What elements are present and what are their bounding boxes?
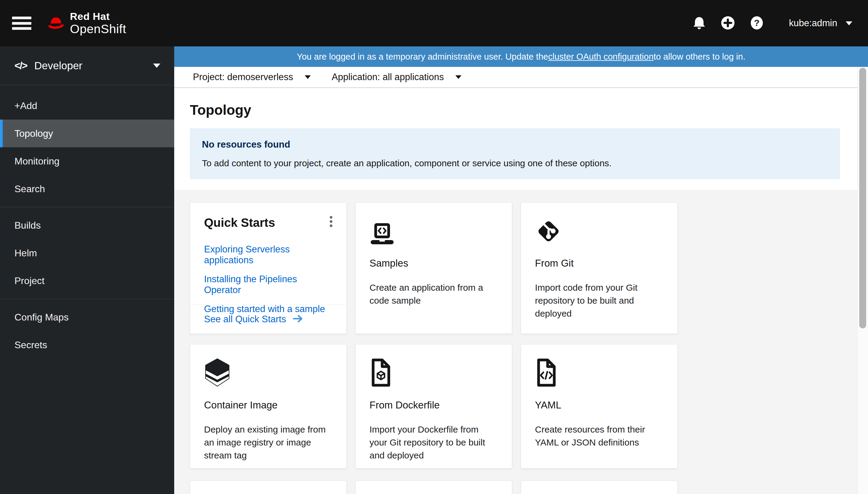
quick-starts-footer: See all Quick Starts <box>190 305 346 334</box>
git-icon <box>535 216 663 245</box>
page-title: Topology <box>190 102 840 118</box>
tile-partial[interactable] <box>355 481 512 494</box>
layers-icon <box>204 358 332 387</box>
tile-from-git[interactable]: From Git Import code from your Git repos… <box>521 203 678 334</box>
tile-description: Create resources from their YAML or JSON… <box>535 423 662 449</box>
username: kube:admin <box>789 18 837 28</box>
user-menu[interactable]: kube:admin <box>789 18 852 28</box>
notifications-button[interactable] <box>692 16 706 31</box>
chevron-down-icon <box>456 75 461 79</box>
add-options-catalog: Quick Starts Exploring Serverless applic… <box>174 190 857 494</box>
tile-title: From Dockerfile <box>370 399 498 411</box>
quick-start-link-pipelines[interactable]: Installing the Pipelines Operator <box>204 274 297 295</box>
sidebar-nav: </> Developer +Add Topology Monitoring S… <box>0 46 174 494</box>
tile-title: Container Image <box>204 399 332 411</box>
sidebar-item-secrets[interactable]: Secrets <box>0 331 174 359</box>
scrollbar-thumb[interactable] <box>859 68 866 328</box>
chevron-down-icon <box>153 63 160 68</box>
masthead: Red Hat OpenShift <box>0 0 868 46</box>
tile-title: Samples <box>370 258 498 269</box>
no-resources-alert: No resources found To add content to you… <box>190 128 840 179</box>
quick-starts-title: Quick Starts <box>204 216 332 230</box>
masthead-toolbar: ? kube:admin <box>678 16 852 31</box>
main-content: You are logged in as a temporary adminis… <box>174 46 868 494</box>
alert-body: To add content to your project, create a… <box>202 158 828 168</box>
login-banner: You are logged in as a temporary adminis… <box>174 46 868 67</box>
brand-line1: Red Hat <box>70 11 126 21</box>
perspective-switcher[interactable]: </> Developer <box>0 46 174 85</box>
tile-description: Deploy an existing image from an image r… <box>204 423 331 462</box>
quick-starts-card: Quick Starts Exploring Serverless applic… <box>190 203 347 334</box>
project-dropdown[interactable]: Project: demoserverless <box>193 72 311 82</box>
arrow-right-icon <box>293 315 303 324</box>
nav-toggle-button[interactable] <box>12 15 31 32</box>
svg-text:?: ? <box>754 18 759 28</box>
page-header-section: Topology No resources found To add conte… <box>174 88 857 190</box>
tile-partial[interactable] <box>521 481 678 494</box>
sidebar-group-divider <box>0 299 174 299</box>
alert-title: No resources found <box>202 139 828 150</box>
tile-container-image[interactable]: Container Image Deploy an existing image… <box>190 344 347 469</box>
sidebar-group-divider <box>0 207 174 207</box>
tile-description: Import code from your Git repository to … <box>535 281 662 320</box>
brand-line2: OpenShift <box>70 23 126 35</box>
sidebar-item-project[interactable]: Project <box>0 267 174 294</box>
perspective-label: Developer <box>34 60 82 72</box>
sidebar-item-helm[interactable]: Helm <box>0 239 174 267</box>
sidebar-item-search[interactable]: Search <box>0 175 174 203</box>
tile-description: Create an application from a code sample <box>370 281 496 307</box>
tile-partial[interactable] <box>190 481 347 494</box>
add-plus-button[interactable] <box>721 16 735 31</box>
tile-description: Import your Dockerfile from your Git rep… <box>370 423 496 462</box>
see-all-quick-starts-link[interactable]: See all Quick Starts <box>204 314 286 325</box>
samples-laptop-icon <box>370 216 498 245</box>
sidebar-item-add[interactable]: +Add <box>0 92 174 119</box>
banner-text: You are logged in as a temporary adminis… <box>297 52 548 62</box>
sidebar-item-monitoring[interactable]: Monitoring <box>0 147 174 175</box>
code-icon: </> <box>15 60 27 71</box>
file-code-icon <box>535 358 663 387</box>
quick-start-link-serverless[interactable]: Exploring Serverless applications <box>204 244 290 265</box>
tile-from-dockerfile[interactable]: From Dockerfile Import your Dockerfile f… <box>355 344 512 469</box>
file-cube-icon <box>370 358 498 387</box>
application-dropdown[interactable]: Application: all applications <box>332 72 461 82</box>
tile-yaml[interactable]: YAML Create resources from their YAML or… <box>521 344 678 469</box>
question-circle-icon: ? <box>750 16 764 31</box>
sidebar-item-topology[interactable]: Topology <box>0 119 174 147</box>
tile-title: From Git <box>535 258 663 269</box>
plus-circle-icon <box>721 16 735 31</box>
hamburger-icon <box>12 17 31 19</box>
brand-logo: Red Hat OpenShift <box>47 11 126 35</box>
tile-title: YAML <box>535 399 663 411</box>
cluster-oauth-link[interactable]: cluster OAuth configuration <box>548 52 654 62</box>
bell-icon <box>692 16 706 31</box>
chevron-down-icon <box>305 75 311 79</box>
scrollbar-track[interactable] <box>857 67 868 494</box>
help-button[interactable]: ? <box>750 16 764 31</box>
sidebar-nav-list: +Add Topology Monitoring Search Builds H… <box>0 85 174 359</box>
sidebar-item-config-maps[interactable]: Config Maps <box>0 303 174 331</box>
chevron-down-icon <box>846 21 852 25</box>
sidebar-item-builds[interactable]: Builds <box>0 211 174 239</box>
redhat-fedora-icon <box>47 15 65 31</box>
context-bar: Project: demoserverless Application: all… <box>174 67 857 88</box>
tile-samples[interactable]: Samples Create an application from a cod… <box>355 203 512 334</box>
kebab-menu-icon[interactable] <box>328 214 334 229</box>
